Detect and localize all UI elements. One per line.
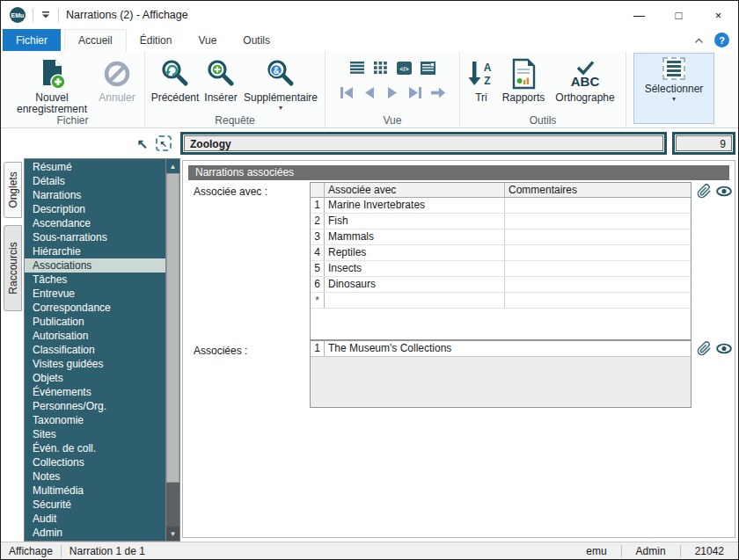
column-header-commentaires[interactable]: Commentaires xyxy=(505,183,691,197)
cancel-button[interactable]: Annuler xyxy=(94,54,140,104)
table-row[interactable]: 1Marine Invertebrates xyxy=(311,198,691,214)
view-attachment-icon[interactable] xyxy=(716,185,732,200)
cell-commentaires[interactable] xyxy=(505,293,691,308)
quick-access-caret-icon[interactable] xyxy=(40,11,51,19)
attach-icon[interactable] xyxy=(697,184,712,201)
cell-associee-avec[interactable] xyxy=(325,293,505,308)
minimize-button[interactable]: — xyxy=(619,1,659,29)
sidebar-item-description[interactable]: Description xyxy=(25,202,165,216)
list-item[interactable]: 1The Museum's Collections xyxy=(311,341,691,357)
sidebar-tab-raccourcis[interactable]: Raccourcis xyxy=(4,225,22,311)
spelling-button[interactable]: ABC Orthographe xyxy=(549,54,621,104)
new-row-marker[interactable]: * xyxy=(311,293,325,308)
row-number[interactable]: 4 xyxy=(311,245,325,260)
sidebar-item-taxonomie[interactable]: Taxonomie xyxy=(25,413,165,427)
sidebar-item-even-de-coll[interactable]: Évén. de coll. xyxy=(25,441,165,455)
assoc-with-table[interactable]: Associée avec Commentaires 1Marine Inver… xyxy=(310,182,691,340)
cell-associee-avec[interactable]: Dinosaurs xyxy=(325,277,505,292)
sidebar-tab-onglets[interactable]: Onglets xyxy=(4,162,22,218)
close-button[interactable]: × xyxy=(699,1,738,29)
tab-fichier[interactable]: Fichier xyxy=(3,29,61,51)
help-icon[interactable]: ? xyxy=(714,33,729,47)
sidebar-item-ascendance[interactable]: Ascendance xyxy=(25,216,165,230)
select-dropdown-caret[interactable]: ▾ xyxy=(672,96,676,103)
first-record-button[interactable] xyxy=(337,84,356,100)
sidebar-item-admin[interactable]: Admin xyxy=(25,526,165,540)
grid-view-button[interactable] xyxy=(371,60,391,76)
supplementary-search-button[interactable]: & Supplémentaire ▾ xyxy=(241,54,320,112)
row-number[interactable]: 1 xyxy=(311,341,325,356)
code-view-button[interactable]: </> xyxy=(395,60,414,76)
sidebar-item-collections[interactable]: Collections xyxy=(25,455,165,469)
cell-associee-avec[interactable]: Marine Invertebrates xyxy=(325,198,505,213)
attach-icon[interactable] xyxy=(697,341,712,359)
reports-button[interactable]: Rapports xyxy=(498,54,549,104)
cell-associee-avec[interactable]: Mammals xyxy=(325,229,505,244)
sidebar-item-classification[interactable]: Classification xyxy=(25,343,165,357)
insert-search-button[interactable]: Insérer xyxy=(201,54,241,104)
sidebar-scrollbar[interactable]: ▲ ▼ xyxy=(165,159,179,541)
table-row[interactable]: 6Dinosaurs xyxy=(311,277,691,293)
sidebar-item-hierarchie[interactable]: Hiérarchie xyxy=(25,244,165,258)
sidebar-item-evenements[interactable]: Événements xyxy=(25,385,165,399)
scroll-up-icon[interactable]: ▲ xyxy=(166,159,179,173)
sidebar-item-details[interactable]: Détails xyxy=(25,174,165,188)
table-row[interactable]: 5Insects xyxy=(311,261,691,277)
new-row[interactable]: * xyxy=(311,293,691,309)
cell-commentaires[interactable] xyxy=(505,261,691,276)
goto-record-button[interactable] xyxy=(428,84,448,100)
next-record-button[interactable] xyxy=(383,84,402,100)
cell-associee-avec[interactable]: Fish xyxy=(325,214,505,229)
cell-associee-avec[interactable]: Insects xyxy=(325,261,505,276)
pointer-select-icon[interactable]: ↖ xyxy=(136,137,148,150)
row-number[interactable]: 3 xyxy=(311,229,325,244)
sidebar-item-narrations[interactable]: Narrations xyxy=(25,188,165,202)
sidebar-item-taches[interactable]: Tâches xyxy=(25,273,165,287)
cell-commentaires[interactable] xyxy=(505,277,691,292)
scrollbar-track[interactable] xyxy=(166,483,179,527)
table-row[interactable]: 3Mammals xyxy=(311,229,691,245)
details-view-button[interactable] xyxy=(419,60,438,76)
sidebar-item-sous-narrations[interactable]: Sous-narrations xyxy=(25,230,165,244)
sidebar-item-visites-guidees[interactable]: Visites guidées xyxy=(25,357,165,371)
cell-commentaires[interactable] xyxy=(505,229,691,244)
last-record-button[interactable] xyxy=(406,84,425,100)
sidebar-item-associations[interactable]: Associations xyxy=(25,258,165,273)
marquee-select-icon[interactable]: ↖ xyxy=(156,135,172,151)
sidebar-item-securite[interactable]: Sécurité xyxy=(25,498,165,512)
sidebar-item-autorisation[interactable]: Autorisation xyxy=(25,329,165,343)
sidebar-item-correspondance[interactable]: Correspondance xyxy=(25,301,165,315)
sidebar-item-sites[interactable]: Sites xyxy=(25,427,165,441)
sort-button[interactable]: A Z Tri xyxy=(465,54,498,104)
list-view-button[interactable] xyxy=(348,60,367,76)
sidebar-item-entrevue[interactable]: Entrevue xyxy=(25,287,165,301)
cell-commentaires[interactable] xyxy=(505,245,691,260)
collapse-ribbon-icon[interactable] xyxy=(694,34,704,47)
scroll-down-icon[interactable]: ▼ xyxy=(166,527,179,541)
cell-commentaires[interactable] xyxy=(505,214,691,229)
assoc-list[interactable]: 1The Museum's Collections xyxy=(310,340,691,408)
select-button[interactable]: Sélectionner ▾ xyxy=(633,53,714,124)
supplementary-dropdown-caret[interactable]: ▾ xyxy=(279,105,282,112)
row-number[interactable]: 2 xyxy=(311,214,325,229)
previous-record-button[interactable] xyxy=(360,84,379,100)
column-header-associee-avec[interactable]: Associée avec xyxy=(325,183,505,197)
sidebar-item-multimedia[interactable]: Multimédia xyxy=(25,484,165,498)
tab-outils[interactable]: Outils xyxy=(230,29,283,51)
tab-accueil[interactable]: Accueil xyxy=(64,29,127,51)
row-number[interactable]: 1 xyxy=(311,198,325,213)
previous-search-button[interactable]: Précédent xyxy=(150,54,201,104)
table-row[interactable]: 2Fish xyxy=(311,214,691,229)
new-record-button[interactable]: Nouvel enregistrement xyxy=(10,54,94,115)
view-attachment-icon[interactable] xyxy=(716,343,732,357)
cell-associee-avec[interactable]: Reptiles xyxy=(325,245,505,260)
cell-associee[interactable]: The Museum's Collections xyxy=(325,341,691,356)
sidebar-item-publication[interactable]: Publication xyxy=(25,315,165,329)
scrollbar-thumb[interactable] xyxy=(166,173,179,483)
sidebar-item-notes[interactable]: Notes xyxy=(25,469,165,484)
table-row[interactable]: 4Reptiles xyxy=(311,245,691,261)
sidebar-item-audit[interactable]: Audit xyxy=(25,512,165,526)
row-number[interactable]: 5 xyxy=(311,261,325,276)
maximize-button[interactable]: □ xyxy=(659,1,699,29)
sidebar-item-personnes-org[interactable]: Personnes/Org. xyxy=(25,399,165,413)
